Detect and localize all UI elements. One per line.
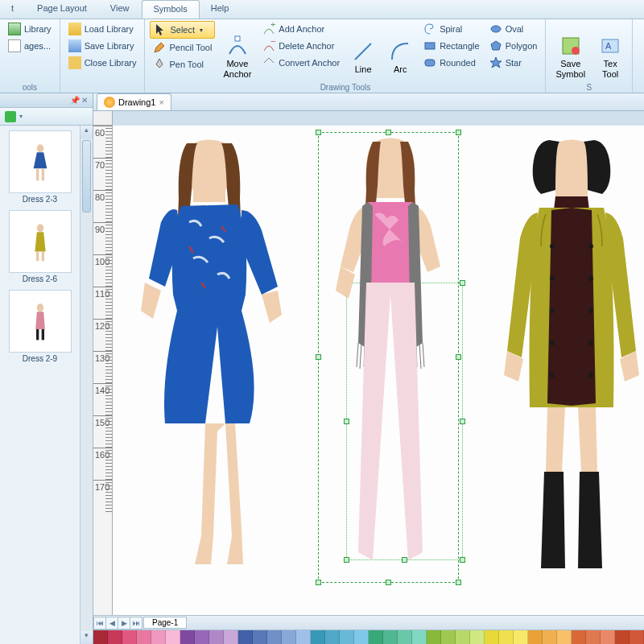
color-swatch[interactable] xyxy=(137,630,151,644)
color-swatch[interactable] xyxy=(369,630,383,644)
color-swatch[interactable] xyxy=(354,630,369,644)
load-library-button[interactable]: Load Library xyxy=(65,21,140,37)
group-label-drawing: Drawing Tools xyxy=(145,83,545,92)
color-swatch[interactable] xyxy=(543,630,557,644)
document-tab[interactable]: Drawing1 × xyxy=(97,93,171,110)
arc-button[interactable]: Arc xyxy=(383,21,417,93)
scroll-up-icon[interactable]: ▴ xyxy=(80,126,93,138)
line-button[interactable]: Line xyxy=(346,21,380,93)
color-swatch[interactable] xyxy=(166,630,180,644)
polygon-icon xyxy=(489,39,502,52)
rounded-button[interactable]: Rounded xyxy=(420,55,483,71)
color-swatch[interactable] xyxy=(108,630,122,644)
color-swatch[interactable] xyxy=(224,630,238,644)
drawing-canvas[interactable] xyxy=(113,126,644,615)
scroll-thumb[interactable] xyxy=(82,140,91,213)
pencil-tool-button[interactable]: Pencil Tool xyxy=(150,39,215,56)
text-tool-button[interactable]: A Tex Tool xyxy=(593,21,627,93)
library-panel: 📌 ✕ ▾ Dress 2-3 Dress 2-6 Dress 2-9 xyxy=(0,93,93,644)
page-tab[interactable]: Page-1 xyxy=(143,617,187,629)
tab-help[interactable]: Help xyxy=(200,0,242,19)
svg-point-30 xyxy=(588,341,593,345)
close-panel-icon[interactable]: ✕ xyxy=(81,97,89,105)
library-item[interactable]: Dress 2-6 xyxy=(7,210,73,283)
close-tab-icon[interactable]: × xyxy=(159,97,163,107)
spiral-button[interactable]: Spiral xyxy=(420,21,483,37)
pin-icon[interactable]: 📌 xyxy=(70,97,78,105)
save-library-icon xyxy=(68,39,81,52)
color-swatch[interactable] xyxy=(412,630,427,644)
figure-blue-dress[interactable] xyxy=(121,134,298,568)
svg-point-23 xyxy=(550,276,555,281)
page-first-button[interactable]: ⏮ xyxy=(93,617,106,630)
color-swatch[interactable] xyxy=(209,630,224,644)
tab-view[interactable]: View xyxy=(99,0,142,19)
color-swatch[interactable] xyxy=(267,630,282,644)
color-swatch[interactable] xyxy=(238,630,253,644)
polygon-button[interactable]: Polygon xyxy=(486,38,541,54)
color-swatch[interactable] xyxy=(296,630,311,644)
color-swatch[interactable] xyxy=(470,630,485,644)
color-swatch[interactable] xyxy=(340,630,354,644)
color-swatch[interactable] xyxy=(398,630,412,644)
color-swatch[interactable] xyxy=(499,630,514,644)
color-swatch[interactable] xyxy=(151,630,166,644)
library-category-icon[interactable] xyxy=(5,111,16,122)
scroll-down-icon[interactable]: ▾ xyxy=(80,631,93,644)
svg-rect-15 xyxy=(41,168,43,180)
svg-point-10 xyxy=(572,47,580,55)
add-anchor-button[interactable]: +Add Anchor xyxy=(259,21,343,37)
library-scrollbar[interactable]: ▴ ▾ xyxy=(80,126,93,644)
color-swatch[interactable] xyxy=(253,630,267,644)
tab-symbols[interactable]: Symbols xyxy=(142,0,200,19)
convert-anchor-button[interactable]: Convert Anchor xyxy=(259,55,343,71)
move-anchor-button[interactable]: Move Anchor xyxy=(218,21,256,93)
color-swatch[interactable] xyxy=(441,630,456,644)
color-swatch[interactable] xyxy=(485,630,499,644)
text-tool-icon: A xyxy=(599,35,621,57)
star-button[interactable]: Star xyxy=(486,55,541,71)
arc-icon xyxy=(389,40,411,63)
color-swatch[interactable] xyxy=(528,630,543,644)
color-swatch[interactable] xyxy=(572,630,586,644)
color-swatch[interactable] xyxy=(427,630,441,644)
select-button[interactable]: Select▾ xyxy=(150,21,215,39)
library-item[interactable]: Dress 2-9 xyxy=(7,290,73,363)
rectangle-button[interactable]: Rectangle xyxy=(420,38,483,54)
color-swatch[interactable] xyxy=(615,630,630,644)
color-swatch[interactable] xyxy=(456,630,470,644)
color-swatch[interactable] xyxy=(325,630,340,644)
library-item[interactable]: Dress 2-3 xyxy=(7,130,73,204)
tab-t[interactable]: t xyxy=(0,0,26,19)
pages-button[interactable]: ages... xyxy=(5,38,55,54)
color-swatch[interactable] xyxy=(180,630,195,644)
pages-icon xyxy=(8,39,21,52)
color-swatch[interactable] xyxy=(557,630,572,644)
figure-pink-outfit[interactable] xyxy=(318,134,463,580)
delete-anchor-button[interactable]: −Delete Anchor xyxy=(259,38,343,54)
color-swatch[interactable] xyxy=(195,630,209,644)
color-swatch[interactable] xyxy=(514,630,528,644)
color-swatch[interactable] xyxy=(311,630,325,644)
oval-button[interactable]: Oval xyxy=(486,21,541,37)
page-next-button[interactable]: ▶ xyxy=(118,617,130,630)
dropdown-icon[interactable]: ▾ xyxy=(19,113,23,120)
tab-page-layout[interactable]: Page Layout xyxy=(26,0,99,19)
page-last-button[interactable]: ⏭ xyxy=(130,617,142,630)
close-library-button[interactable]: Close Library xyxy=(65,55,140,71)
pen-tool-button[interactable]: Pen Tool xyxy=(150,56,215,72)
color-swatch[interactable] xyxy=(630,630,644,644)
close-library-icon xyxy=(68,56,81,69)
color-swatch[interactable] xyxy=(282,630,296,644)
color-swatch[interactable] xyxy=(383,630,398,644)
figure-olive-coat[interactable] xyxy=(491,134,644,580)
save-symbol-button[interactable]: Save Symbol xyxy=(551,21,590,93)
save-library-button[interactable]: Save Library xyxy=(65,38,140,54)
color-swatch[interactable] xyxy=(601,630,615,644)
color-swatch[interactable] xyxy=(93,630,108,644)
color-swatch[interactable] xyxy=(122,630,137,644)
library-button[interactable]: Library xyxy=(5,21,55,37)
page-prev-button[interactable]: ◀ xyxy=(105,617,118,630)
color-swatch[interactable] xyxy=(586,630,601,644)
ruler-vertical[interactable]: 60708090100110120130140150160170 xyxy=(93,126,113,615)
